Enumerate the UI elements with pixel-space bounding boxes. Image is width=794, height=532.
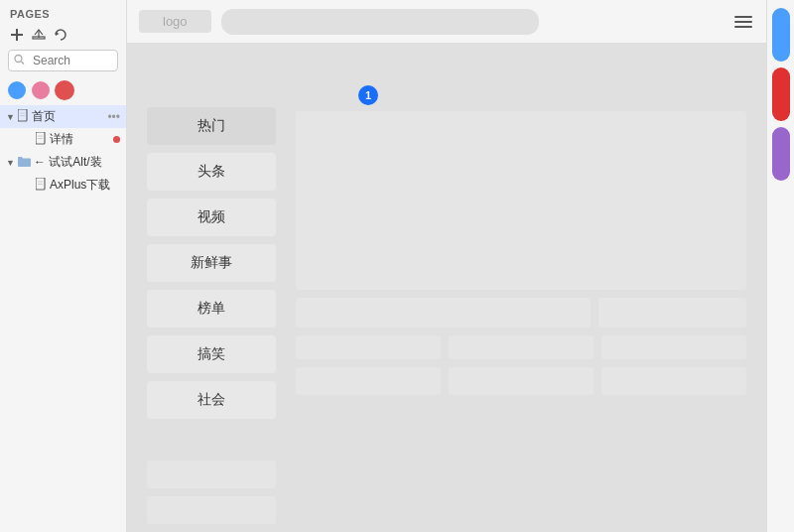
badge-1: 1: [358, 85, 378, 105]
nav-tab-fresh[interactable]: 新鲜事: [147, 244, 276, 282]
tree-dots-homepage[interactable]: •••: [107, 110, 120, 124]
content-block-3b: [449, 335, 594, 359]
nav-tabs: 热门 头条 视频 新鲜事 榜单 搞笑 社会: [147, 107, 276, 427]
tree-label-detail: 详情: [50, 131, 109, 148]
status-dot-detail: [113, 136, 120, 143]
sidebar-pill-blue[interactable]: [772, 8, 790, 62]
export-button[interactable]: [30, 26, 48, 44]
right-sidebar: [766, 0, 794, 532]
bottom-nav-extras: [147, 461, 276, 524]
nav-tab-hot[interactable]: 热门: [147, 107, 276, 145]
content-block-2b: [598, 298, 746, 328]
logo-placeholder: logo: [139, 10, 211, 33]
canvas-search-bar[interactable]: [221, 9, 539, 35]
pages-toolbar: [0, 24, 126, 48]
hamburger-line-1: [734, 16, 752, 18]
bottom-block-2: [147, 496, 276, 524]
content-row-2: [296, 298, 746, 328]
svg-marker-4: [56, 32, 60, 36]
sidebar-pill-red[interactable]: [772, 67, 790, 121]
content-block-4a: [296, 367, 441, 395]
svg-rect-1: [16, 29, 18, 41]
color-dot-pink[interactable]: [32, 81, 50, 99]
content-row-3: [296, 335, 746, 359]
color-dot-blue[interactable]: [8, 81, 26, 99]
svg-point-5: [15, 56, 22, 63]
left-panel: PAGES ▼ 首页 •••: [0, 0, 127, 532]
expand-arrow-trial: ▼: [6, 158, 16, 168]
color-dots-row: [0, 77, 126, 105]
search-icon: [14, 55, 25, 67]
tree-label-homepage: 首页: [32, 108, 107, 125]
hamburger-button[interactable]: [732, 14, 754, 30]
content-block-4b: [449, 367, 594, 395]
expand-arrow-homepage: ▼: [6, 112, 16, 122]
hamburger-line-2: [734, 21, 752, 23]
tree-item-axplus[interactable]: AxPlus下载: [0, 174, 126, 197]
nav-tab-rank[interactable]: 榜单: [147, 290, 276, 328]
search-box: [8, 50, 118, 71]
tree-item-detail[interactable]: 详情: [0, 128, 126, 151]
tree-item-homepage[interactable]: ▼ 首页 •••: [0, 105, 126, 128]
main-area: logo 热门 头条 视频 新鲜事 榜单 搞笑 社会 1 3 红色: [127, 0, 766, 532]
folder-icon-trial: [18, 156, 31, 169]
canvas-area: 热门 头条 视频 新鲜事 榜单 搞笑 社会 1 3 红色 表示新版需求，上一版本…: [127, 44, 766, 532]
content-block-2a: [296, 298, 591, 328]
svg-line-6: [22, 62, 25, 65]
bottom-block-1: [147, 461, 276, 488]
nav-tab-video[interactable]: 视频: [147, 199, 276, 236]
nav-tab-society[interactable]: 社会: [147, 381, 276, 419]
tree-label-axplus: AxPlus下载: [50, 177, 120, 194]
refresh-button[interactable]: [52, 26, 69, 44]
content-block-3a: [296, 335, 441, 359]
content-block-3c: [601, 335, 746, 359]
page-icon-detail: [36, 132, 47, 147]
tree-item-trial[interactable]: ▼ ← 试试Alt/装: [0, 151, 126, 174]
tree-label-trial: ← 试试Alt/装: [34, 154, 120, 171]
content-blocks: [296, 107, 746, 522]
hamburger-line-3: [734, 26, 752, 28]
pages-header: PAGES: [0, 0, 126, 24]
page-icon-homepage: [18, 109, 29, 124]
page-tree: ▼ 首页 ••• 详情 ▼ ← 试试Alt/装: [0, 105, 126, 532]
nav-tab-headline[interactable]: 头条: [147, 153, 276, 191]
add-page-button[interactable]: [8, 26, 26, 44]
sidebar-pill-purple[interactable]: [772, 127, 790, 181]
page-icon-axplus: [36, 178, 47, 193]
content-row-4: [296, 367, 746, 395]
color-dot-red[interactable]: [56, 81, 73, 99]
content-block-main: [296, 111, 746, 290]
top-bar: logo: [127, 0, 766, 44]
nav-tab-funny[interactable]: 搞笑: [147, 335, 276, 373]
content-block-4c: [601, 367, 746, 395]
